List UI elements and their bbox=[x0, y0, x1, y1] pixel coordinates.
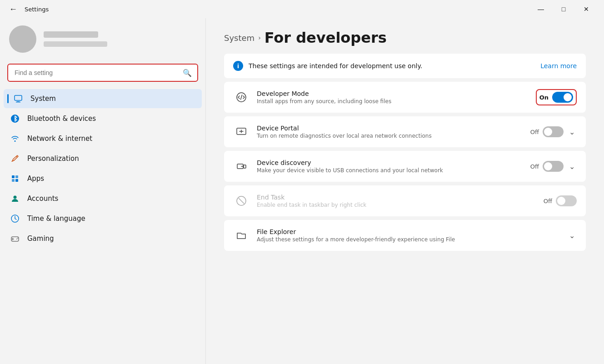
info-icon: i bbox=[233, 61, 243, 71]
active-indicator bbox=[7, 94, 9, 103]
device-discovery-label: Device discovery bbox=[257, 159, 523, 166]
device-portal-card: Device Portal Turn on remote diagnostics… bbox=[224, 116, 586, 147]
end-task-control: Off bbox=[544, 195, 577, 206]
avatar bbox=[9, 25, 36, 53]
profile-section bbox=[0, 18, 205, 60]
maximize-button[interactable]: □ bbox=[553, 2, 574, 16]
sidebar-item-gaming[interactable]: Gaming bbox=[4, 229, 202, 248]
sidebar-item-bluetooth-label: Bluetooth & devices bbox=[27, 115, 96, 123]
svg-rect-0 bbox=[15, 95, 22, 100]
sidebar: 🔍 System bbox=[0, 18, 206, 364]
info-banner-text: These settings are intended for developm… bbox=[249, 62, 422, 70]
info-banner-left: i These settings are intended for develo… bbox=[233, 61, 422, 71]
profile-name-placeholder bbox=[44, 31, 98, 38]
window-title: Settings bbox=[25, 6, 49, 13]
svg-rect-6 bbox=[12, 179, 15, 182]
end-task-card: End Task Enable end task in taskbar by r… bbox=[224, 185, 586, 216]
svg-rect-5 bbox=[15, 175, 18, 178]
device-discovery-row: Device discovery Make your device visibl… bbox=[224, 151, 586, 182]
learn-more-link[interactable]: Learn more bbox=[540, 62, 577, 70]
breadcrumb-parent[interactable]: System bbox=[224, 33, 255, 43]
apps-icon bbox=[10, 174, 20, 184]
network-icon bbox=[10, 134, 20, 144]
sidebar-item-network-label: Network & internet bbox=[27, 135, 92, 143]
title-bar-left: ← Settings bbox=[7, 3, 49, 16]
end-task-toggle bbox=[556, 195, 577, 206]
file-explorer-control: ⌄ bbox=[567, 229, 577, 242]
sidebar-item-apps-label: Apps bbox=[27, 175, 44, 183]
sidebar-item-bluetooth[interactable]: Bluetooth & devices bbox=[4, 109, 202, 128]
bluetooth-icon bbox=[10, 114, 20, 124]
sidebar-item-time[interactable]: Time & language bbox=[4, 209, 202, 228]
svg-point-8 bbox=[14, 196, 17, 199]
accounts-icon bbox=[10, 194, 20, 204]
developer-mode-row: Developer Mode Install apps from any sou… bbox=[224, 82, 586, 113]
developer-mode-control: On bbox=[536, 89, 577, 105]
breadcrumb: System › For developers bbox=[224, 29, 586, 46]
file-explorer-label: File Explorer bbox=[257, 228, 560, 235]
end-task-desc: Enable end task in taskbar by right clic… bbox=[257, 202, 536, 208]
end-task-icon bbox=[233, 193, 250, 209]
device-portal-info: Device Portal Turn on remote diagnostics… bbox=[257, 125, 523, 139]
search-icon: 🔍 bbox=[183, 69, 192, 77]
svg-rect-15 bbox=[244, 165, 246, 168]
developer-mode-state-label: On bbox=[539, 94, 549, 101]
main-content: System › For developers i These settings… bbox=[206, 18, 604, 364]
device-portal-state-label: Off bbox=[530, 129, 539, 135]
title-bar: ← Settings — □ ✕ bbox=[0, 0, 604, 18]
developer-mode-info: Developer Mode Install apps from any sou… bbox=[257, 90, 529, 105]
info-banner: i These settings are intended for develo… bbox=[224, 54, 586, 78]
profile-text bbox=[44, 31, 107, 47]
device-discovery-state-label: Off bbox=[530, 163, 539, 170]
file-explorer-card: File Explorer Adjust these settings for … bbox=[224, 220, 586, 251]
sidebar-item-apps[interactable]: Apps bbox=[4, 169, 202, 188]
device-discovery-chevron[interactable]: ⌄ bbox=[567, 160, 577, 173]
sidebar-item-gaming-label: Gaming bbox=[27, 234, 54, 243]
system-icon bbox=[13, 94, 23, 104]
window-controls: — □ ✕ bbox=[530, 2, 597, 16]
file-explorer-desc: Adjust these settings for a more develop… bbox=[257, 236, 560, 243]
main-layout: 🔍 System bbox=[0, 18, 604, 364]
sidebar-item-time-label: Time & language bbox=[27, 214, 85, 223]
minimize-button[interactable]: — bbox=[530, 2, 551, 16]
svg-rect-4 bbox=[12, 175, 15, 178]
developer-mode-card: Developer Mode Install apps from any sou… bbox=[224, 82, 586, 113]
sidebar-item-accounts[interactable]: Accounts bbox=[4, 189, 202, 208]
developer-mode-label: Developer Mode bbox=[257, 90, 529, 97]
search-input[interactable] bbox=[8, 65, 197, 81]
back-button[interactable]: ← bbox=[7, 3, 19, 16]
personalization-icon bbox=[10, 154, 20, 164]
developer-mode-icon bbox=[233, 89, 250, 105]
device-discovery-info: Device discovery Make your device visibl… bbox=[257, 159, 523, 174]
device-portal-toggle[interactable] bbox=[543, 126, 564, 137]
svg-point-11 bbox=[16, 239, 17, 239]
gaming-icon bbox=[10, 234, 20, 244]
file-explorer-info: File Explorer Adjust these settings for … bbox=[257, 228, 560, 243]
device-discovery-toggle[interactable] bbox=[543, 161, 564, 172]
device-portal-desc: Turn on remote diagnostics over local ar… bbox=[257, 133, 523, 139]
sidebar-item-accounts-label: Accounts bbox=[27, 194, 58, 203]
device-portal-row: Device Portal Turn on remote diagnostics… bbox=[224, 116, 586, 147]
close-button[interactable]: ✕ bbox=[576, 2, 597, 16]
sidebar-item-system[interactable]: System bbox=[4, 89, 202, 108]
device-discovery-icon bbox=[233, 158, 250, 175]
sidebar-item-system-label: System bbox=[30, 95, 56, 103]
sidebar-nav: System Bluetooth & devices bbox=[0, 87, 205, 250]
sidebar-item-personalization-label: Personalization bbox=[27, 155, 79, 163]
device-portal-label: Device Portal bbox=[257, 125, 523, 132]
svg-line-17 bbox=[239, 198, 244, 204]
page-title: For developers bbox=[265, 29, 387, 46]
file-explorer-chevron[interactable]: ⌄ bbox=[567, 229, 577, 242]
developer-mode-toggle[interactable] bbox=[552, 92, 573, 103]
device-portal-chevron[interactable]: ⌄ bbox=[567, 126, 577, 138]
device-discovery-control: Off ⌄ bbox=[530, 160, 577, 173]
file-explorer-row: File Explorer Adjust these settings for … bbox=[224, 220, 586, 251]
sidebar-item-network[interactable]: Network & internet bbox=[4, 129, 202, 148]
profile-email-placeholder bbox=[44, 41, 107, 47]
time-icon bbox=[10, 214, 20, 224]
device-portal-control: Off ⌄ bbox=[530, 126, 577, 138]
search-container: 🔍 bbox=[7, 64, 198, 82]
end-task-row: End Task Enable end task in taskbar by r… bbox=[224, 185, 586, 216]
sidebar-item-personalization[interactable]: Personalization bbox=[4, 149, 202, 168]
device-portal-icon bbox=[233, 124, 250, 140]
